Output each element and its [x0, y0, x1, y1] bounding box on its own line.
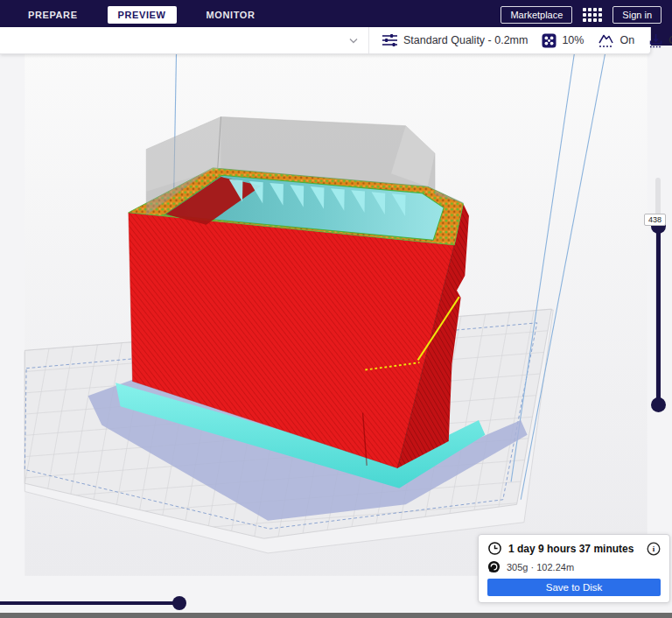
path-slider-track[interactable]: [0, 601, 180, 605]
adhesion-setting[interactable]: On: [641, 27, 672, 53]
material-spool-icon: [487, 560, 500, 573]
layer-slider-range[interactable]: [656, 226, 661, 404]
infill-icon: [542, 33, 556, 48]
tab-prepare[interactable]: PREPARE: [18, 6, 88, 24]
print-time-estimate: 1 day 9 hours 37 minutes: [508, 543, 640, 555]
path-slider-handle[interactable]: [172, 596, 186, 610]
support-icon: [598, 33, 614, 48]
chevron-down-icon: [349, 38, 358, 44]
print-settings-dropdown[interactable]: Standard Quality - 0.2mm: [369, 27, 535, 53]
marketplace-button[interactable]: Marketplace: [500, 6, 572, 24]
printer-selector-dropdown[interactable]: [0, 27, 369, 53]
scene-canvas: [0, 46, 672, 618]
current-layer-label: 438: [644, 214, 666, 226]
clock-icon: [487, 541, 502, 556]
window-bottom-edge: [0, 613, 672, 618]
layer-slider-bottom-handle[interactable]: [651, 397, 666, 412]
adhesion-value: On: [668, 34, 672, 46]
quality-profile-label: Standard Quality - 0.2mm: [403, 34, 528, 46]
infill-setting[interactable]: 10%: [535, 27, 591, 53]
cura-window: 438 1 day 9 hours 37 minutes i 305g · 10…: [0, 0, 672, 618]
3d-viewport[interactable]: [0, 46, 672, 613]
support-value: On: [620, 34, 634, 46]
tab-monitor[interactable]: MONITOR: [196, 6, 266, 24]
adhesion-icon: [648, 33, 663, 48]
applications-grid-icon[interactable]: [581, 6, 604, 24]
sliders-icon: [382, 33, 398, 47]
save-to-disk-button[interactable]: Save to Disk: [487, 579, 661, 596]
svg-text:i: i: [653, 544, 655, 553]
tab-preview[interactable]: PREVIEW: [108, 6, 177, 24]
info-icon[interactable]: i: [647, 542, 661, 556]
stage-tabs: PREPAREPREVIEWMONITOR: [18, 6, 265, 24]
material-usage: 305g · 102.24m: [507, 562, 574, 572]
support-setting[interactable]: On: [591, 27, 641, 53]
sign-in-button[interactable]: Sign in: [612, 6, 662, 24]
infill-value: 10%: [562, 34, 584, 46]
print-info-panel: 1 day 9 hours 37 minutes i 305g · 102.24…: [478, 534, 670, 603]
stage-menu-toolbar: Standard Quality - 0.2mm 10% On: [0, 27, 651, 54]
